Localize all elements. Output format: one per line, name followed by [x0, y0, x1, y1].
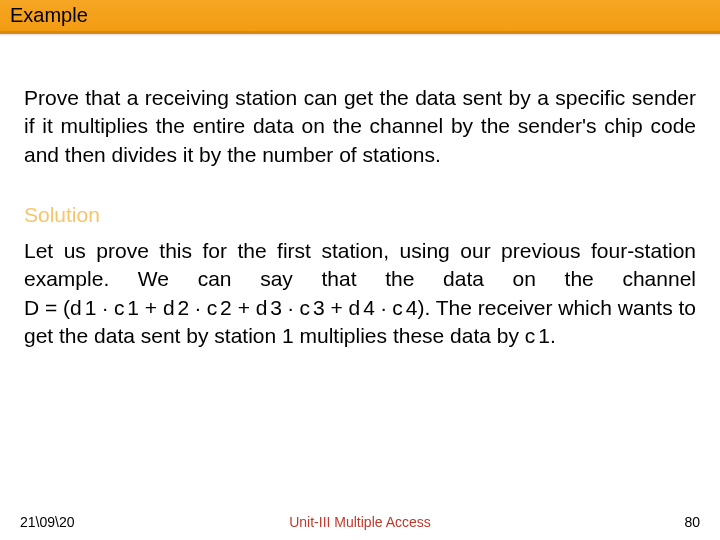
footer: 21\09\20 Unit-III Multiple Access 80: [0, 514, 720, 530]
solution-body: Let us prove this for the first station,…: [24, 237, 696, 350]
slide-title: Example: [10, 4, 88, 27]
slide-content: Prove that a receiving station can get t…: [0, 34, 720, 540]
footer-page: 80: [684, 514, 700, 530]
slide: Example Prove that a receiving station c…: [0, 0, 720, 540]
problem-statement: Prove that a receiving station can get t…: [24, 84, 696, 169]
title-bar: Example: [0, 0, 720, 34]
solution-heading: Solution: [24, 203, 696, 227]
footer-date: 21\09\20: [20, 514, 75, 530]
footer-unit: Unit-III Multiple Access: [289, 514, 431, 530]
